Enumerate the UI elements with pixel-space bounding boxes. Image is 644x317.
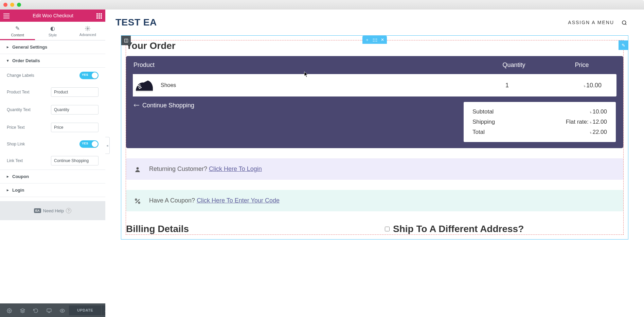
shipping-value: Flat rate: ৳12.00 (566, 119, 607, 125)
need-help[interactable]: EA Need Help ? (0, 201, 105, 220)
add-section-icon[interactable]: ＋ (365, 37, 369, 43)
section-label: Coupon (12, 174, 29, 179)
section-toolbar: ＋ ✕ (362, 36, 387, 44)
search-icon[interactable] (622, 19, 627, 25)
tab-content[interactable]: ✎ Content (0, 22, 35, 40)
responsive-icon[interactable] (42, 307, 56, 313)
svg-point-29 (139, 202, 140, 203)
column-handle[interactable] (121, 36, 131, 45)
section-coupon[interactable]: ▸ Coupon (0, 170, 105, 183)
arrow-left-icon: 🡐 (133, 102, 140, 109)
product-image (133, 74, 156, 96)
order-row: Shoes 1 ৳10.00 (133, 74, 616, 96)
price-cell: ৳10.00 (541, 82, 609, 89)
control-label: Shop Link (7, 142, 79, 146)
header-product: Product (133, 61, 480, 69)
subtotal-value: ৳10.00 (590, 108, 607, 115)
svg-point-28 (135, 199, 137, 200)
order-footer-row: 🡐 Continue Shopping Subtotal ৳10.00 Ship… (126, 96, 623, 143)
header-quantity: Quantity (480, 61, 548, 69)
svg-rect-7 (99, 17, 100, 19)
apps-icon[interactable] (96, 13, 102, 18)
svg-line-27 (136, 199, 140, 203)
section-label: General Settings (12, 45, 47, 50)
svg-rect-0 (96, 13, 98, 15)
link-text-input[interactable] (51, 156, 99, 165)
caret-right-icon: ▸ (7, 45, 9, 49)
product-cell: Shoes (133, 74, 473, 96)
section-order-details-body: Change Labels YES Product Text Quantity … (0, 68, 105, 170)
tab-style[interactable]: ◐ Style (35, 22, 70, 40)
settings-icon[interactable] (3, 307, 16, 313)
menu-icon[interactable] (3, 13, 10, 18)
elementor-section[interactable]: ＋ ✕ ✎ Your Order Product Quantity Price (121, 35, 628, 240)
product-name: Shoes (161, 82, 176, 88)
toggle-value: YES (82, 142, 88, 145)
section-login[interactable]: ▸ Login (0, 183, 105, 197)
header-price: Price (548, 61, 616, 69)
close-window-button[interactable] (3, 3, 7, 7)
svg-point-20 (376, 39, 377, 40)
control-shop-link: Shop Link YES (7, 136, 99, 152)
history-icon[interactable] (29, 307, 42, 313)
continue-shopping-link[interactable]: 🡐 Continue Shopping (133, 102, 194, 109)
order-totals: Subtotal ৳10.00 Shipping Flat rate: ৳12.… (464, 102, 616, 142)
section-label: Login (12, 188, 24, 193)
maximize-window-button[interactable] (17, 3, 21, 7)
control-label: Link Text (7, 158, 51, 163)
total-row: Total ৳22.00 (472, 127, 607, 137)
returning-text: Returning Customer? Click Here To Login (149, 165, 262, 173)
coupon-text: Have A Coupon? Click Here To Enter Your … (149, 197, 280, 204)
coupon-link[interactable]: Click Here To Enter Your Code (197, 197, 280, 204)
navigator-icon[interactable] (16, 307, 29, 313)
tab-label: Advanced (79, 33, 96, 37)
toggle-knob (92, 72, 98, 78)
product-text-input[interactable] (51, 87, 99, 97)
tab-advanced[interactable]: Advanced (70, 22, 105, 40)
section-order-details[interactable]: ▾ Order Details (0, 54, 105, 68)
control-change-labels: Change Labels YES (7, 68, 99, 83)
order-table-header: Product Quantity Price (126, 56, 623, 74)
update-button[interactable]: UPDATE (69, 305, 101, 315)
coupon-notice: Have A Coupon? Click Here To Enter Your … (126, 190, 623, 211)
editor-sidebar: Edit Woo Checkout ✎ Content ◐ Style Adva… (0, 10, 105, 317)
currency-symbol: ৳ (584, 84, 586, 88)
ship-different-label: Ship To A Different Address? (393, 224, 524, 234)
window-chrome (0, 0, 644, 10)
control-price-text: Price Text (7, 119, 99, 136)
widget-container: Your Order Product Quantity Price Shoes (126, 40, 624, 235)
svg-rect-5 (101, 15, 102, 17)
svg-point-16 (622, 21, 626, 24)
panel-title: Edit Woo Checkout (10, 13, 96, 18)
close-section-icon[interactable]: ✕ (381, 37, 384, 42)
svg-point-9 (87, 28, 88, 29)
drag-handle-icon[interactable] (373, 37, 377, 42)
svg-point-19 (375, 39, 376, 40)
control-quantity-text: Quantity Text (7, 101, 99, 119)
control-product-text: Product Text (7, 83, 99, 101)
ship-different-checkbox[interactable] (385, 227, 390, 231)
assign-menu-link[interactable]: ASSIGN A MENU (568, 20, 614, 25)
svg-point-15 (62, 310, 63, 311)
toggle-change-labels[interactable]: YES (79, 72, 99, 79)
svg-point-22 (375, 41, 376, 42)
preview-icon[interactable] (56, 307, 69, 313)
svg-line-17 (625, 24, 626, 25)
sidebar-footer: UPDATE ▴ (0, 303, 105, 317)
ship-different-address: Ship To A Different Address? (385, 224, 623, 234)
svg-point-26 (137, 167, 139, 170)
edit-widget-button[interactable]: ✎ (619, 40, 628, 50)
svg-point-23 (376, 41, 377, 42)
site-title: TEST EA (115, 17, 157, 28)
price-text-input[interactable] (51, 123, 99, 132)
need-help-label: Need Help (43, 208, 64, 213)
svg-rect-8 (101, 17, 102, 19)
section-general-settings[interactable]: ▸ General Settings (0, 40, 105, 54)
quantity-text-input[interactable] (51, 105, 99, 115)
toggle-shop-link[interactable]: YES (79, 140, 99, 148)
collapse-sidebar-handle[interactable]: ◂ (105, 137, 110, 154)
svg-rect-4 (99, 15, 100, 17)
login-link[interactable]: Click Here To Login (209, 165, 262, 172)
minimize-window-button[interactable] (10, 3, 14, 7)
svg-point-21 (373, 41, 374, 42)
